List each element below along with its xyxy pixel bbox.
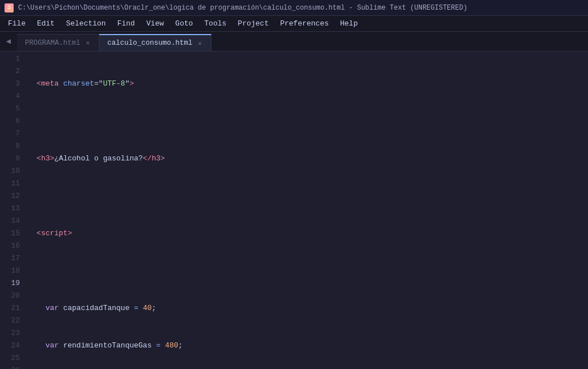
title-text: C:\Users\Pichon\Documents\Oraclr_one\log… bbox=[18, 4, 467, 12]
ln-11: 11 bbox=[5, 177, 20, 190]
ln-7: 7 bbox=[5, 128, 20, 140]
menu-help[interactable]: Help bbox=[335, 17, 363, 30]
ln-12: 12 bbox=[5, 190, 20, 202]
code-area[interactable]: <meta charset="UTF-8"> <h3>¿Alcohol o ga… bbox=[26, 52, 588, 369]
ln-1: 1 bbox=[5, 53, 20, 65]
menu-project[interactable]: Project bbox=[232, 17, 274, 30]
ln-18: 18 bbox=[5, 265, 20, 277]
ln-20: 20 bbox=[5, 290, 20, 302]
menu-tools[interactable]: Tools bbox=[198, 17, 232, 30]
ln-4: 4 bbox=[5, 90, 20, 103]
tabs-bar: ◀ PROGRAMA.html ✕ calculo_consumo.html ✕ bbox=[0, 32, 588, 52]
ln-25: 25 bbox=[5, 352, 20, 364]
ln-16: 16 bbox=[5, 240, 20, 252]
line-numbers: 1 2 3 4 5 6 7 8 9 10 11 12 13 14 15 16 1… bbox=[0, 52, 26, 369]
menu-selection[interactable]: Selection bbox=[60, 17, 111, 30]
code-line-2 bbox=[28, 115, 588, 128]
app-icon: S bbox=[5, 3, 14, 12]
ln-19: 19 bbox=[5, 277, 20, 290]
menu-edit[interactable]: Edit bbox=[31, 17, 60, 30]
ln-23: 23 bbox=[5, 327, 20, 340]
menu-view[interactable]: View bbox=[141, 17, 170, 30]
ln-5: 5 bbox=[5, 103, 20, 115]
ln-22: 22 bbox=[5, 315, 20, 327]
menu-bar: File Edit Selection Find View Goto Tools… bbox=[0, 16, 588, 32]
code-line-7: var capacidadTanque = 40; bbox=[28, 302, 588, 315]
title-bar: S C:\Users\Pichon\Documents\Oraclr_one\l… bbox=[0, 0, 588, 16]
ln-24: 24 bbox=[5, 340, 20, 352]
ln-21: 21 bbox=[5, 302, 20, 315]
ln-26: 26 bbox=[5, 364, 20, 369]
tab-calculo[interactable]: calculo_consumo.html ✕ bbox=[99, 34, 211, 51]
code-line-3: <h3>¿Alcohol o gasolina?</h3> bbox=[28, 152, 588, 165]
ln-2: 2 bbox=[5, 65, 20, 78]
code-line-5: <script> bbox=[28, 227, 588, 240]
ln-17: 17 bbox=[5, 252, 20, 265]
tab-arrow-left[interactable]: ◀ bbox=[0, 31, 17, 51]
menu-goto[interactable]: Goto bbox=[170, 17, 198, 30]
tab-programa-label: PROGRAMA.html bbox=[25, 39, 81, 47]
ln-3: 3 bbox=[5, 78, 20, 90]
editor: 1 2 3 4 5 6 7 8 9 10 11 12 13 14 15 16 1… bbox=[0, 52, 588, 369]
code-line-4 bbox=[28, 190, 588, 202]
ln-14: 14 bbox=[5, 215, 20, 227]
code-line-8: var rendimientoTanqueGas = 480; bbox=[28, 340, 588, 352]
menu-find[interactable]: Find bbox=[112, 17, 141, 30]
tab-calculo-close[interactable]: ✕ bbox=[197, 40, 203, 47]
code-line-6 bbox=[28, 265, 588, 277]
tab-programa[interactable]: PROGRAMA.html ✕ bbox=[17, 34, 99, 51]
code-line-1: <meta charset="UTF-8"> bbox=[28, 78, 588, 90]
menu-preferences[interactable]: Preferences bbox=[274, 17, 335, 30]
ln-13: 13 bbox=[5, 202, 20, 215]
ln-8: 8 bbox=[5, 140, 20, 152]
ln-9: 9 bbox=[5, 152, 20, 165]
ln-6: 6 bbox=[5, 115, 20, 128]
tab-programa-close[interactable]: ✕ bbox=[85, 39, 91, 46]
ln-15: 15 bbox=[5, 227, 20, 240]
tab-calculo-label: calculo_consumo.html bbox=[107, 39, 192, 47]
ln-10: 10 bbox=[5, 165, 20, 177]
menu-file[interactable]: File bbox=[2, 17, 31, 30]
